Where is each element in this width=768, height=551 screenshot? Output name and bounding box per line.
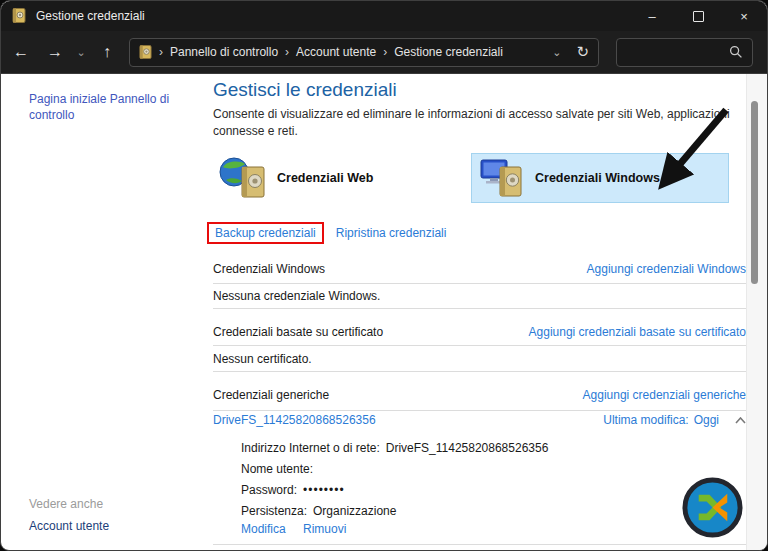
field-label: Password: (241, 483, 297, 497)
up-icon: ↑ (103, 43, 111, 60)
add-certificate-credential-link[interactable]: Aggiungi credenziali basate su certifica… (529, 325, 746, 339)
credential-links-row: Modifica Rimuovi (241, 522, 346, 536)
divider (213, 410, 746, 411)
backup-credentials-link[interactable]: Backup credenziali (215, 226, 316, 240)
back-icon: ← (13, 43, 29, 60)
refresh-button[interactable]: ↻ (576, 43, 589, 61)
back-button[interactable]: ← (7, 44, 35, 60)
sidebar-see-also-label: Vedere anche (29, 497, 103, 511)
window-controls: – × (629, 1, 767, 31)
modified-label: Ultima modifica: (603, 413, 688, 427)
breadcrumb-separator: › (159, 45, 163, 59)
add-windows-credential-link[interactable]: Aggiungi credenziali Windows (587, 262, 746, 276)
tile-windows-credentials-label: Credenziali Windows (535, 171, 660, 185)
sidebar-item-control-panel-home[interactable]: Pagina iniziale Pannello di controllo (29, 91, 191, 123)
breadcrumb-control-panel[interactable]: Pannello di controllo (170, 45, 278, 59)
field-label: Persistenza: (241, 504, 307, 518)
page-description: Consente di visualizzare ed eliminare le… (213, 106, 759, 140)
minimize-button[interactable]: – (629, 1, 675, 31)
chevron-up-icon (735, 417, 746, 424)
watermark-logo (681, 476, 744, 543)
credential-modified: Ultima modifica: Oggi (603, 413, 746, 427)
restore-credentials-link[interactable]: Ripristina credenziali (336, 226, 447, 240)
maximize-icon (693, 11, 704, 22)
divider (213, 544, 746, 545)
credential-name-link[interactable]: DriveFS_11425820868526356 (213, 413, 376, 427)
recent-locations-button[interactable]: ⌄ (71, 47, 91, 58)
annotation-red-box: Backup credenziali (207, 222, 324, 244)
divider (213, 371, 746, 372)
chevron-down-icon: ⌄ (552, 46, 561, 58)
modified-value: Oggi (694, 413, 719, 427)
credential-actions-row: Backup credenziali Ripristina credenzial… (207, 222, 446, 244)
breadcrumb-user-accounts[interactable]: Account utente (296, 45, 376, 59)
section-generic-credentials: Credenziali generiche Aggiungi credenzia… (213, 388, 746, 402)
field-label: Indirizzo Internet o di rete: (241, 441, 380, 455)
search-icon (729, 45, 743, 59)
page-title: Gestisci le credenziali (213, 79, 397, 101)
field-internet-address: Indirizzo Internet o di rete:DriveFS_114… (241, 441, 548, 455)
field-value: Organizzazione (313, 504, 396, 518)
field-user-name: Nome utente: (241, 462, 319, 476)
divider (213, 308, 746, 309)
chevron-down-icon: ⌄ (76, 46, 85, 58)
close-icon: × (740, 9, 748, 24)
empty-certificate-text: Nessun certificato. (213, 352, 312, 366)
collapse-button[interactable] (735, 417, 746, 424)
empty-windows-credentials-text: Nessuna credenziale Windows. (213, 289, 380, 303)
minimize-icon: – (648, 9, 655, 24)
section-certificate-credentials: Credenziali basate su certificato Aggiun… (213, 325, 746, 339)
web-credentials-icon (218, 155, 268, 201)
tile-web-credentials-label: Credenziali Web (277, 171, 373, 185)
field-value: •••••••• (303, 483, 345, 497)
search-input[interactable] (626, 44, 729, 60)
edit-credential-link[interactable]: Modifica (241, 522, 286, 536)
breadcrumb-separator: › (383, 45, 387, 59)
close-button[interactable]: × (721, 1, 767, 31)
section-label: Credenziali generiche (213, 388, 329, 402)
window-title: Gestione credenziali (36, 9, 145, 23)
up-button[interactable]: ↑ (93, 44, 121, 60)
forward-button[interactable]: → (41, 44, 69, 60)
breadcrumb-separator: › (285, 45, 289, 59)
navigation-bar: ← → ⌄ ↑ › Pannello di controllo › Accoun… (1, 31, 767, 74)
windows-credentials-icon (480, 157, 526, 199)
add-generic-credential-link[interactable]: Aggiungi credenziali generiche (583, 388, 746, 402)
field-persistence: Persistenza:Organizzazione (241, 504, 396, 518)
section-label: Credenziali Windows (213, 262, 325, 276)
search-box[interactable] (616, 38, 753, 67)
tile-windows-credentials[interactable]: Credenziali Windows (471, 153, 729, 203)
divider (213, 345, 746, 346)
breadcrumb-credential-manager[interactable]: Gestione credenziali (394, 45, 503, 59)
field-label: Nome utente: (241, 462, 313, 476)
sidebar-item-user-accounts[interactable]: Account utente (29, 519, 109, 533)
field-password: Password:•••••••• (241, 483, 345, 497)
safe-app-icon (12, 8, 26, 24)
section-windows-credentials: Credenziali Windows Aggiungi credenziali… (213, 262, 746, 276)
refresh-icon: ↻ (576, 43, 589, 60)
remove-credential-link[interactable]: Rimuovi (303, 522, 346, 536)
safe-location-icon (139, 45, 152, 60)
forward-icon: → (47, 43, 63, 60)
field-value: DriveFS_11425820868526356 (386, 441, 549, 455)
credential-manager-window: Gestione credenziali – × ← → ⌄ ↑ › Panne… (0, 0, 768, 551)
scrollbar-thumb[interactable] (751, 101, 758, 284)
section-label: Credenziali basate su certificato (213, 325, 383, 339)
title-bar: Gestione credenziali – × (1, 1, 767, 31)
maximize-button[interactable] (675, 1, 721, 31)
address-dropdown-button[interactable]: ⌄ (552, 46, 561, 59)
address-bar[interactable]: › Pannello di controllo › Account utente… (129, 38, 599, 67)
credential-row: DriveFS_11425820868526356 Ultima modific… (213, 413, 746, 427)
tile-web-credentials[interactable]: Credenziali Web (218, 152, 373, 204)
divider (213, 283, 746, 284)
